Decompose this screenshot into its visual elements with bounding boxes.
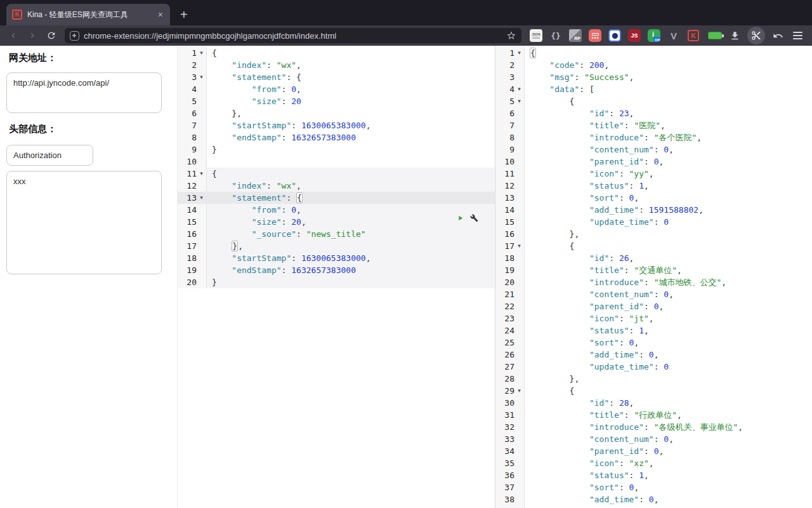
code-line[interactable]: 9} bbox=[178, 144, 495, 156]
code-text[interactable]: "content_num": 0, bbox=[525, 288, 812, 300]
code-text[interactable]: "status": 1, bbox=[525, 469, 812, 481]
code-line[interactable]: 21 "content_num": 0, bbox=[495, 288, 812, 300]
code-line[interactable]: 18 "id": 26, bbox=[495, 252, 812, 264]
code-line[interactable]: 2 "index": "wx", bbox=[178, 59, 495, 71]
json-viewer-extension-icon[interactable]: JSON bbox=[529, 29, 543, 43]
code-line[interactable]: 37 "sort": 0, bbox=[495, 481, 812, 493]
code-line[interactable]: 1▾{ bbox=[178, 47, 495, 59]
code-line[interactable]: 34 "parent_id": 0, bbox=[495, 445, 812, 457]
code-text[interactable]: "startStamp": 1630065383000, bbox=[207, 252, 495, 264]
code-line[interactable]: 5 "size": 20 bbox=[178, 95, 495, 107]
code-text[interactable] bbox=[207, 156, 495, 168]
url-text[interactable]: chrome-extension://jedjmimpmngmbbcgojhlg… bbox=[84, 31, 502, 41]
undo-button[interactable] bbox=[771, 29, 785, 43]
fold-arrow-icon[interactable]: ▾ bbox=[197, 71, 206, 83]
fold-arrow-icon[interactable]: ▾ bbox=[197, 168, 206, 180]
code-text[interactable]: "parent_id": 0, bbox=[525, 300, 812, 312]
code-text[interactable]: "msg": "Success", bbox=[525, 71, 812, 83]
red-api-extension-icon[interactable] bbox=[588, 29, 602, 43]
code-braces-extension-icon[interactable]: {} bbox=[549, 29, 563, 43]
code-text[interactable]: "id": 28, bbox=[525, 397, 812, 409]
code-line[interactable]: 38 "add_time": 0, bbox=[495, 493, 812, 505]
code-text[interactable]: "data": [ bbox=[525, 83, 812, 95]
code-text[interactable]: "statement": { bbox=[207, 71, 495, 83]
reload-button[interactable] bbox=[43, 28, 60, 43]
code-text[interactable]: "update_time": 0 bbox=[525, 361, 812, 373]
code-text[interactable]: "from": 0, bbox=[207, 204, 495, 216]
code-line[interactable]: 30 "id": 28, bbox=[495, 397, 812, 409]
code-line[interactable]: 7 "title": "医院", bbox=[495, 119, 812, 131]
menu-button[interactable] bbox=[790, 29, 804, 43]
code-line[interactable]: 25 "sort": 0, bbox=[495, 337, 812, 349]
code-line[interactable]: 27 "update_time": 0 bbox=[495, 361, 812, 373]
code-line[interactable]: 16 }, bbox=[495, 228, 812, 240]
code-line[interactable]: 13 "sort": 0, bbox=[495, 192, 812, 204]
code-line[interactable]: 15 "update_time": 0 bbox=[495, 216, 812, 228]
code-text[interactable]: "introduce": "各个医院", bbox=[525, 131, 812, 144]
rp-extension-icon[interactable]: RP bbox=[568, 29, 582, 43]
code-line[interactable]: 2 "code": 200, bbox=[495, 59, 812, 71]
code-text[interactable]: { bbox=[207, 168, 495, 180]
settings-wrench-button[interactable] bbox=[470, 214, 478, 222]
code-line[interactable]: 31 "title": "行政单位", bbox=[495, 409, 812, 421]
code-text[interactable]: "icon": "yy", bbox=[525, 168, 812, 180]
code-line[interactable]: 19 "endStamp": 1632657383000 bbox=[178, 264, 495, 276]
fold-arrow-icon[interactable]: ▾ bbox=[197, 192, 206, 204]
code-line[interactable]: 7 "startStamp": 1630065383000, bbox=[178, 119, 495, 131]
kina-extension-icon[interactable]: K bbox=[686, 29, 700, 43]
code-text[interactable]: "content_num": 0, bbox=[525, 144, 812, 156]
code-line[interactable]: 17 }, bbox=[178, 240, 495, 252]
code-line[interactable]: 10 "parent_id": 0, bbox=[495, 156, 812, 168]
code-text[interactable]: "index": "wx", bbox=[207, 180, 495, 192]
code-line[interactable]: 8 "endStamp": 1632657383000 bbox=[178, 131, 495, 144]
code-text[interactable]: "title": "医院", bbox=[525, 119, 812, 131]
code-line[interactable]: 12 "index": "wx", bbox=[178, 180, 495, 192]
code-text[interactable]: "_source": "news_title" bbox=[207, 228, 495, 240]
code-text[interactable]: "size": 20, bbox=[207, 216, 495, 228]
fold-arrow-icon[interactable]: ▾ bbox=[514, 83, 524, 95]
code-line[interactable]: 14 "add_time": 1591588802, bbox=[495, 204, 812, 216]
screenshot-button[interactable] bbox=[747, 27, 765, 44]
code-text[interactable]: "from": 0, bbox=[207, 83, 495, 95]
code-line[interactable]: 5▾ { bbox=[495, 95, 812, 107]
forward-button[interactable] bbox=[24, 28, 41, 43]
code-text[interactable]: "parent_id": 0, bbox=[525, 445, 812, 457]
code-text[interactable]: "add_time": 0, bbox=[525, 493, 812, 505]
url-bar[interactable]: chrome-extension://jedjmimpmngmbbcgojhlg… bbox=[65, 28, 521, 43]
result-editor[interactable]: 1▾{2 "code": 200,3 "msg": "Success",4▾ "… bbox=[495, 46, 812, 508]
code-text[interactable]: } bbox=[207, 144, 495, 156]
code-line[interactable]: 14 "from": 0, bbox=[178, 204, 495, 216]
browser-tab[interactable]: K Kina - 轻量级ES网关查询工具 × bbox=[6, 4, 170, 25]
code-text[interactable]: "introduce": "各级机关、事业单位", bbox=[525, 421, 812, 433]
code-line[interactable]: 35 "icon": "xz", bbox=[495, 457, 812, 469]
code-line[interactable]: 3 "msg": "Success", bbox=[495, 71, 812, 83]
code-line[interactable]: 23 "icon": "jt", bbox=[495, 312, 812, 324]
code-line[interactable]: 12 "status": 1, bbox=[495, 180, 812, 192]
code-line[interactable]: 8 "introduce": "各个医院", bbox=[495, 131, 812, 144]
fold-arrow-icon[interactable]: ▾ bbox=[197, 47, 206, 59]
code-text[interactable]: "status": 1, bbox=[525, 324, 812, 337]
code-text[interactable]: { bbox=[525, 47, 812, 59]
fold-arrow-icon[interactable]: ▾ bbox=[514, 95, 524, 107]
code-text[interactable]: "size": 20 bbox=[207, 95, 495, 107]
code-line[interactable]: 39 "update_time": 0 bbox=[495, 505, 812, 508]
code-text[interactable]: { bbox=[525, 95, 812, 107]
vue-devtools-extension-icon[interactable]: V bbox=[667, 29, 681, 43]
code-text[interactable]: "add_time": 1591588802, bbox=[525, 204, 812, 216]
code-text[interactable]: { bbox=[525, 385, 812, 397]
code-line[interactable]: 17▾ { bbox=[495, 240, 812, 252]
code-line[interactable]: 28 }, bbox=[495, 373, 812, 385]
header-value-input[interactable]: xxx bbox=[6, 171, 162, 274]
code-text[interactable]: { bbox=[525, 240, 812, 252]
code-line[interactable]: 15 "size": 20, bbox=[178, 216, 495, 228]
code-text[interactable]: "id": 26, bbox=[525, 252, 812, 264]
code-text[interactable]: "title": "行政单位", bbox=[525, 409, 812, 421]
code-line[interactable]: 3▾ "statement": { bbox=[178, 71, 495, 83]
code-text[interactable]: }, bbox=[525, 228, 812, 240]
fold-arrow-icon[interactable]: ▾ bbox=[514, 47, 524, 59]
code-line[interactable]: 20} bbox=[178, 276, 495, 288]
code-text[interactable]: "status": 1, bbox=[525, 180, 812, 192]
code-text[interactable]: "add_time": 0, bbox=[525, 349, 812, 361]
code-text[interactable]: "update_time": 0 bbox=[525, 505, 812, 508]
code-line[interactable]: 19 "title": "交通单位", bbox=[495, 264, 812, 276]
